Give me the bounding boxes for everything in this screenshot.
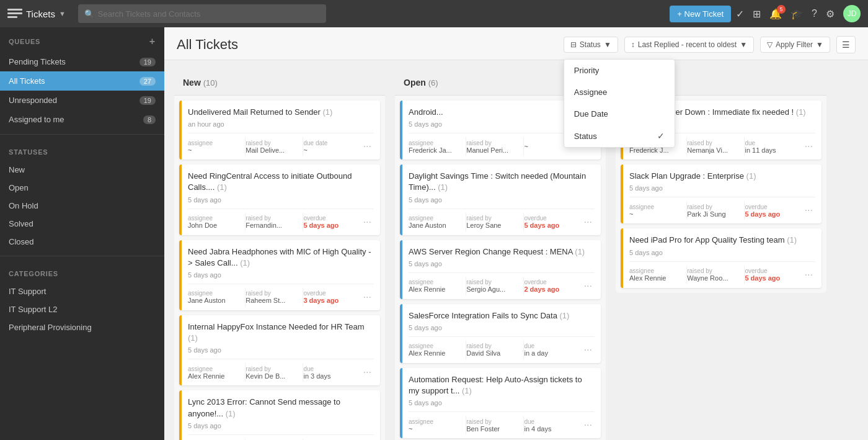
sidebar-queue-item[interactable]: Pending Tickets19 — [0, 52, 164, 71]
assignee-value: ~ — [188, 146, 237, 154]
sidebar-status-item[interactable]: Open — [0, 179, 164, 197]
dropdown-item[interactable]: Status✓ — [564, 125, 675, 147]
search-input[interactable] — [98, 9, 320, 19]
check-icon[interactable]: ✓ — [736, 8, 744, 20]
settings-icon[interactable]: ⚙ — [826, 8, 835, 20]
dropdown-item-label: Assignee — [574, 88, 607, 97]
card-due-field: overdue 5 days ago — [303, 215, 360, 229]
kanban-card[interactable]: Undelivered Mail Returned to Sender (1) … — [179, 101, 380, 159]
filter-funnel-icon: ▽ — [767, 40, 773, 49]
sidebar-status-item[interactable]: Closed — [0, 233, 164, 251]
dropdown-item[interactable]: Due Date — [564, 103, 675, 125]
category-label: IT Support — [9, 287, 46, 296]
sidebar-status-item[interactable]: Solved — [0, 215, 164, 233]
card-more-button[interactable]: ··· — [582, 420, 595, 431]
card-more-button[interactable]: ··· — [802, 141, 815, 152]
raised-by-value: Mail Delive... — [246, 146, 295, 154]
card-assignee-field: assignee ~ — [629, 204, 686, 218]
card-time: 5 days ago — [629, 184, 815, 192]
card-more-button[interactable]: ··· — [361, 367, 374, 378]
sidebar-queue-item[interactable]: Assigned to me8 — [0, 110, 164, 129]
kanban-card[interactable]: Need Jabra Headphones with MIC of High Q… — [179, 240, 380, 310]
sort-button[interactable]: ↕ Last Replied - recent to oldest ▼ — [624, 37, 754, 53]
page-title: All Tickets — [177, 37, 238, 53]
kanban-card[interactable]: SalesForce Integration Fails to Sync Dat… — [400, 304, 601, 363]
apply-filter-button[interactable]: ▽ Apply Filter ▼ — [760, 37, 830, 53]
statuses-header: STATUSES — [0, 140, 164, 161]
search-icon: 🔍 — [84, 9, 94, 19]
card-more-button[interactable]: ··· — [361, 292, 374, 303]
notification-icon[interactable]: 🔔 5 — [769, 8, 782, 20]
due-value: in a day — [524, 349, 574, 357]
add-queue-button[interactable]: + — [149, 36, 156, 47]
card-footer: assignee ~ raised by Ben Foster due in 4… — [409, 411, 595, 438]
card-title: Daylight Savings Time : Switch needed (M… — [409, 171, 595, 193]
kanban-card[interactable]: Lync 2013 Error: Cannot Send message to … — [179, 390, 380, 440]
assignee-label: assignee — [409, 140, 466, 146]
queue-label: All Tickets — [9, 76, 45, 86]
sidebar-queue-item[interactable]: All Tickets27 — [0, 71, 164, 91]
sidebar-status-item[interactable]: On Hold — [0, 197, 164, 215]
assignee-label: assignee — [409, 215, 466, 222]
card-title: Undelivered Mail Returned to Sender (1) — [188, 107, 374, 118]
queue-badge: 19 — [140, 58, 156, 66]
card-due-field: due date ~ — [303, 140, 360, 154]
card-more-button[interactable]: ··· — [582, 344, 595, 356]
assignee-value: ~ — [409, 425, 458, 433]
search-bar[interactable]: 🔍 — [78, 4, 326, 23]
assignee-label: assignee — [188, 215, 245, 222]
status-filter-button[interactable]: ⊟ Status ▼ — [564, 37, 618, 53]
kanban-card[interactable]: AWS Server Region Change Request : MENA … — [400, 240, 601, 299]
sort-icon: ↕ — [631, 40, 635, 49]
sidebar-queue-item[interactable]: Unresponded19 — [0, 91, 164, 110]
card-assignee-field: assignee Jane Auston — [409, 215, 466, 229]
due-label: due — [524, 343, 581, 349]
card-footer: assignee Jane Auston raised by Laurent B… — [188, 434, 374, 440]
app-dropdown-icon[interactable]: ▼ — [59, 10, 66, 17]
card-assignee-field: assignee Alex Rennie — [188, 366, 245, 380]
graduation-icon[interactable]: 🎓 — [790, 8, 803, 20]
main-content: All Tickets ⊟ Status ▼ PriorityAssigneeD… — [164, 27, 868, 440]
raised-by-value: Fernandin... — [246, 222, 295, 229]
view-icon[interactable]: ⊞ — [753, 8, 761, 20]
raised-by-value: Nemanja Vi... — [687, 146, 737, 154]
app-name: Tickets — [26, 9, 55, 19]
due-value: 5 days ago — [745, 274, 794, 282]
dropdown-item[interactable]: Priority — [564, 60, 675, 81]
help-icon[interactable]: ? — [812, 8, 817, 19]
card-raised-field: raised by Park Ji Sung — [687, 204, 744, 218]
kanban-card[interactable]: Automation Request: Help Auto-Assign tic… — [400, 368, 601, 438]
card-more-button[interactable]: ··· — [802, 205, 815, 216]
dropdown-item[interactable]: Assignee — [564, 81, 675, 103]
svg-rect-1 — [7, 12, 22, 14]
raised-by-value: Manuel Peri... — [466, 146, 516, 154]
card-more-button[interactable]: ··· — [802, 269, 815, 281]
app-logo[interactable]: Tickets ▼ — [7, 7, 66, 20]
card-more-button[interactable]: ··· — [361, 217, 374, 228]
kanban-card[interactable]: Need RingCentral Access to initiate Outb… — [179, 164, 380, 235]
queue-badge: 27 — [140, 77, 156, 86]
topnav-icons: ✓ ⊞ 🔔 5 🎓 ? ⚙ JD — [736, 5, 861, 22]
card-footer: assignee Alex Rennie raised by Sergio Ag… — [409, 272, 595, 299]
sidebar-status-item[interactable]: New — [0, 161, 164, 179]
kanban-card[interactable]: Slack Plan Upgrade : Enterprise (1) 5 da… — [621, 164, 822, 223]
card-more-button[interactable]: ··· — [582, 217, 595, 228]
raised-by-label: raised by — [246, 215, 303, 222]
sidebar-category-item[interactable]: IT Support L2 — [0, 300, 164, 318]
card-more-button[interactable]: ··· — [582, 281, 595, 292]
card-due-field: overdue 5 days ago — [745, 204, 802, 218]
sidebar-category-item[interactable]: IT Support — [0, 282, 164, 300]
kanban-card[interactable]: Internal HappyFox Instance Needed for HR… — [179, 315, 380, 385]
card-title: Automation Request: Help Auto-Assign tic… — [409, 374, 595, 397]
new-ticket-button[interactable]: + New Ticket — [670, 6, 731, 22]
raised-by-value: Sergio Agu... — [466, 285, 516, 293]
categories-header: CATEGORIES — [0, 261, 164, 282]
avatar[interactable]: JD — [843, 5, 861, 22]
columns-button[interactable]: ☰ — [836, 36, 856, 53]
kanban-card[interactable]: Need iPad Pro for App Quality Testing te… — [621, 228, 822, 287]
due-label: overdue — [524, 279, 581, 285]
card-more-button[interactable]: ··· — [361, 141, 374, 152]
sidebar-category-item[interactable]: Peripheral Provisioning — [0, 318, 164, 336]
kanban-card[interactable]: Daylight Savings Time : Switch needed (M… — [400, 164, 601, 235]
card-assignee-field: assignee Frederick Ja... — [409, 140, 466, 154]
